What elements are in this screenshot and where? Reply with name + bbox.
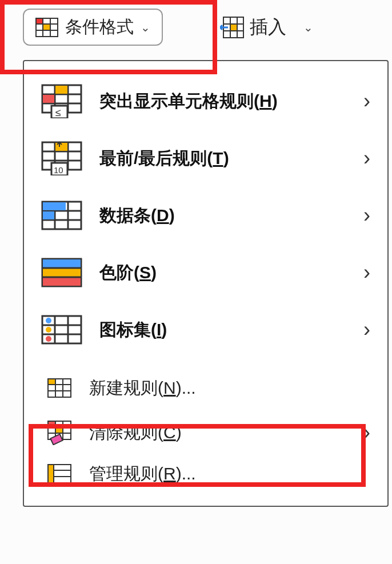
menu-label: 图标集(I): [99, 318, 346, 342]
new-rule-icon: [47, 375, 72, 401]
data-bars-icon: [41, 198, 82, 233]
menu-data-bars[interactable]: 数据条(D) ›: [24, 187, 387, 244]
svg-rect-62: [49, 422, 55, 426]
menu-manage-rules[interactable]: 管理规则(R)...: [24, 453, 387, 494]
menu-new-rule[interactable]: 新建规则(N)...: [24, 364, 387, 412]
top-bottom-icon: 10: [41, 141, 82, 175]
insert-label: 插入: [250, 15, 286, 40]
chevron-right-icon: ›: [363, 203, 370, 227]
svg-rect-63: [56, 427, 62, 433]
menu-label: 突出显示单元格规则(H): [99, 90, 346, 113]
conditional-format-label: 条件格式: [65, 15, 134, 39]
manage-rules-icon: [47, 461, 72, 486]
svg-point-48: [46, 318, 51, 323]
chevron-right-icon: ›: [363, 89, 370, 113]
conditional-format-button[interactable]: 条件格式 ⌄: [23, 9, 163, 46]
svg-point-49: [46, 327, 51, 333]
color-scales-icon: [41, 255, 82, 290]
menu-label: 数据条(D): [99, 204, 346, 227]
svg-rect-12: [231, 25, 237, 30]
menu-label: 最前/最后规则(T): [99, 147, 346, 170]
chevron-right-icon: ›: [363, 421, 370, 445]
svg-point-50: [46, 336, 51, 342]
svg-rect-56: [49, 379, 55, 384]
svg-text:10: 10: [54, 165, 63, 175]
svg-rect-69: [49, 465, 53, 482]
insert-icon: [220, 17, 244, 38]
chevron-down-icon: ⌄: [141, 21, 150, 34]
svg-rect-5: [37, 19, 42, 23]
menu-icon-sets[interactable]: 图标集(I) ›: [24, 301, 387, 358]
menu-label: 色阶(S): [99, 261, 346, 285]
menu-highlight-cells[interactable]: ≤ 突出显示单元格规则(H) ›: [24, 73, 387, 130]
svg-rect-6: [43, 25, 50, 30]
menu-label: 管理规则(R)...: [89, 462, 370, 486]
menu-clear-rules[interactable]: 清除规则(C) ›: [24, 412, 387, 453]
svg-rect-39: [43, 268, 81, 277]
toolbar: 条件格式 ⌄ 插入 ⌄: [0, 0, 392, 54]
insert-button[interactable]: 插入 ⌄: [220, 15, 313, 40]
chevron-down-icon: ⌄: [303, 21, 313, 34]
svg-rect-35: [43, 202, 66, 210]
chevron-right-icon: ›: [363, 146, 370, 170]
icon-sets-icon: [41, 313, 82, 347]
clear-rules-icon: [47, 420, 72, 445]
chevron-right-icon: ›: [363, 318, 370, 342]
menu-top-bottom[interactable]: 10 最前/最后规则(T) ›: [24, 130, 387, 187]
svg-rect-38: [43, 259, 81, 268]
menu-label: 新建规则(N)...: [89, 377, 370, 400]
menu-label: 清除规则(C): [89, 421, 346, 445]
svg-rect-19: [43, 95, 54, 103]
conditional-format-menu: ≤ 突出显示单元格规则(H) › 10 最前/最后规则(T) ›: [23, 60, 389, 507]
chevron-right-icon: ›: [363, 261, 370, 285]
menu-color-scales[interactable]: 色阶(S) ›: [24, 244, 387, 301]
highlight-cells-icon: ≤: [41, 84, 82, 118]
conditional-format-icon: [35, 18, 58, 37]
svg-text:≤: ≤: [55, 107, 61, 118]
svg-rect-18: [55, 86, 67, 94]
svg-rect-36: [43, 211, 54, 219]
